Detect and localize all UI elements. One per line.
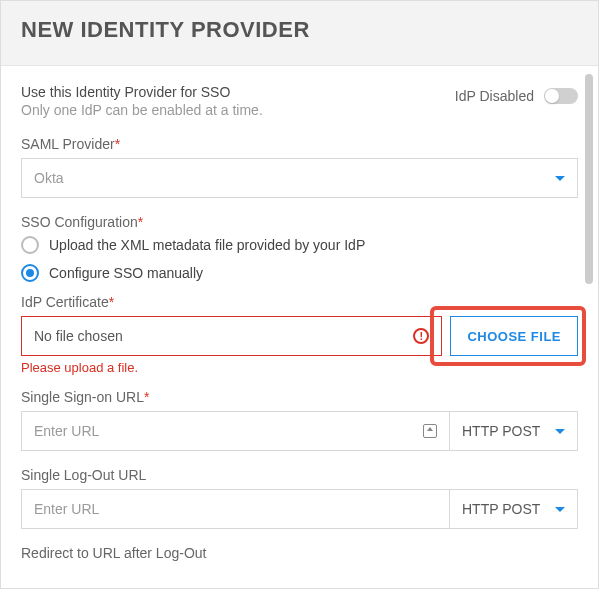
sso-config-label-text: SSO Configuration — [21, 214, 138, 230]
required-marker: * — [109, 294, 114, 310]
scrollbar[interactable] — [585, 74, 593, 284]
idp-cert-placeholder: No file chosen — [34, 328, 123, 344]
dialog-header: NEW IDENTITY PROVIDER — [1, 1, 598, 66]
idp-toggle-group: IdP Disabled — [455, 88, 578, 104]
sso-use-hint: Only one IdP can be enabled at a time. — [21, 102, 263, 118]
link-icon — [423, 424, 437, 438]
sso-use-label: Use this Identity Provider for SSO — [21, 84, 263, 100]
sso-url-label-text: Single Sign-on URL — [21, 389, 144, 405]
radio-dot-icon — [26, 269, 34, 277]
sso-enable-text: Use this Identity Provider for SSO Only … — [21, 84, 263, 118]
required-marker: * — [115, 136, 120, 152]
idp-toggle-label: IdP Disabled — [455, 88, 534, 104]
sso-config-radio-group: Upload the XML metadata file provided by… — [21, 236, 578, 282]
saml-provider-label: SAML Provider* — [21, 136, 578, 152]
sso-url-input[interactable]: Enter URL — [22, 412, 449, 450]
choose-file-button[interactable]: CHOOSE FILE — [450, 316, 578, 356]
radio-upload-label: Upload the XML metadata file provided by… — [49, 237, 365, 253]
alert-icon: ! — [413, 328, 429, 344]
radio-manual-label: Configure SSO manually — [49, 265, 203, 281]
radio-icon — [21, 236, 39, 254]
slo-url-method-value: HTTP POST — [462, 501, 540, 517]
radio-upload-xml[interactable]: Upload the XML metadata file provided by… — [21, 236, 578, 254]
radio-icon-selected — [21, 264, 39, 282]
sso-url-method-select[interactable]: HTTP POST — [449, 412, 577, 450]
slo-url-input[interactable]: Enter URL — [22, 490, 449, 528]
saml-provider-select[interactable]: Okta — [21, 158, 578, 198]
idp-cert-error: Please upload a file. — [21, 360, 578, 375]
slo-url-row: Enter URL HTTP POST — [21, 489, 578, 529]
idp-cert-label-text: IdP Certificate — [21, 294, 109, 310]
saml-provider-label-text: SAML Provider — [21, 136, 115, 152]
sso-url-row: Enter URL HTTP POST — [21, 411, 578, 451]
chevron-down-icon — [555, 176, 565, 181]
radio-configure-manually[interactable]: Configure SSO manually — [21, 264, 578, 282]
redirect-url-label: Redirect to URL after Log-Out — [21, 545, 578, 561]
idp-toggle[interactable] — [544, 88, 578, 104]
idp-cert-row: No file chosen ! CHOOSE FILE — [21, 316, 578, 356]
page-title: NEW IDENTITY PROVIDER — [21, 17, 578, 43]
toggle-knob-icon — [545, 89, 559, 103]
form-content: Use this Identity Provider for SSO Only … — [1, 66, 598, 589]
required-marker: * — [138, 214, 143, 230]
idp-cert-file-input[interactable]: No file chosen ! — [21, 316, 442, 356]
slo-url-placeholder: Enter URL — [34, 501, 99, 517]
saml-provider-value: Okta — [34, 170, 64, 186]
sso-url-placeholder: Enter URL — [34, 423, 99, 439]
slo-url-label: Single Log-Out URL — [21, 467, 578, 483]
content-wrap: Use this Identity Provider for SSO Only … — [1, 66, 598, 589]
chevron-down-icon — [555, 507, 565, 512]
required-marker: * — [144, 389, 149, 405]
sso-url-label: Single Sign-on URL* — [21, 389, 578, 405]
chevron-down-icon — [555, 429, 565, 434]
sso-enable-row: Use this Identity Provider for SSO Only … — [21, 84, 578, 118]
slo-url-method-select[interactable]: HTTP POST — [449, 490, 577, 528]
sso-config-label: SSO Configuration* — [21, 214, 578, 230]
idp-cert-label: IdP Certificate* — [21, 294, 578, 310]
sso-url-method-value: HTTP POST — [462, 423, 540, 439]
